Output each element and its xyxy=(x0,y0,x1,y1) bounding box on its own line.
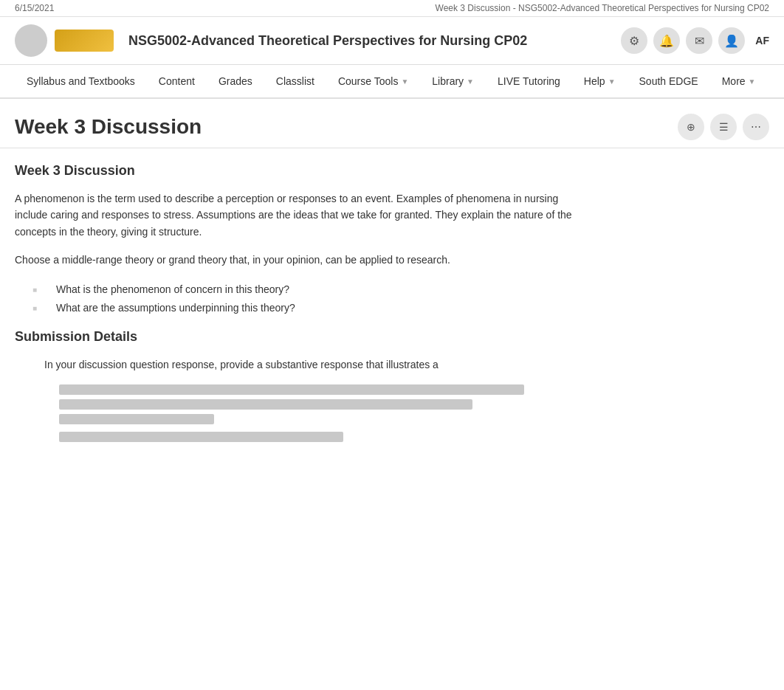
header: NSG5002-Advanced Theoretical Perspective… xyxy=(0,17,784,65)
submission-block: In your discussion question response, pr… xyxy=(15,356,576,442)
course-title: NSG5002-Advanced Theoretical Perspective… xyxy=(128,33,527,49)
redacted-line-4 xyxy=(59,432,343,442)
page-icon-btn-3[interactable]: ⋯ xyxy=(743,114,769,140)
nav-course-tools[interactable]: Course Tools ▼ xyxy=(326,65,420,97)
course-tools-caret: ▼ xyxy=(401,77,408,86)
nav-classlist[interactable]: Classlist xyxy=(264,65,326,97)
nav-syllabus[interactable]: Syllabus and Textbooks xyxy=(15,65,147,97)
header-icon-2[interactable]: 🔔 xyxy=(653,27,680,54)
bullet-list: What is the phenomenon of concern in thi… xyxy=(15,280,576,317)
header-icons: ⚙ 🔔 ✉ 👤 AF xyxy=(621,27,769,54)
redacted-content xyxy=(44,384,576,442)
logo-circle-icon xyxy=(15,24,47,57)
header-icon-3[interactable]: ✉ xyxy=(686,27,712,54)
more-caret: ▼ xyxy=(749,77,756,86)
page-title-section: Week 3 Discussion ⊕ ☰ ⋯ xyxy=(0,99,784,148)
nav-more[interactable]: More ▼ xyxy=(710,65,768,97)
redacted-line-1 xyxy=(59,384,524,395)
submission-title: Submission Details xyxy=(15,329,576,345)
bullet-item-2: What are the assumptions underpinning th… xyxy=(44,299,576,317)
submission-text: In your discussion question response, pr… xyxy=(44,356,576,373)
nav-library[interactable]: Library ▼ xyxy=(420,65,486,97)
top-bar-date: 6/15/2021 xyxy=(15,3,54,13)
top-bar-title: Week 3 Discussion - NSG5002-Advanced The… xyxy=(436,3,769,13)
header-icon-1[interactable]: ⚙ xyxy=(621,27,647,54)
user-initials: AF xyxy=(755,35,769,46)
page-icon-btn-2[interactable]: ☰ xyxy=(710,114,737,140)
content-area: Week 3 Discussion A phenomenon is the te… xyxy=(0,148,591,469)
nav-grades[interactable]: Grades xyxy=(207,65,264,97)
bullet-item-1: What is the phenomenon of concern in thi… xyxy=(44,280,576,299)
logo-area: NSG5002-Advanced Theoretical Perspective… xyxy=(15,24,527,57)
help-caret: ▼ xyxy=(608,77,616,86)
nav-live-tutoring[interactable]: LIVE Tutoring xyxy=(486,65,572,97)
page-title: Week 3 Discussion xyxy=(15,115,202,139)
nav-content[interactable]: Content xyxy=(147,65,207,97)
nav-south-edge[interactable]: South EDGE xyxy=(627,65,710,97)
nav-bar: Syllabus and Textbooks Content Grades Cl… xyxy=(0,65,784,99)
paragraph-2: Choose a middle-range theory or grand th… xyxy=(15,252,576,268)
nav-help[interactable]: Help ▼ xyxy=(572,65,627,97)
header-icon-4[interactable]: 👤 xyxy=(718,27,745,54)
page-icon-btn-1[interactable]: ⊕ xyxy=(678,114,704,140)
section-title: Week 3 Discussion xyxy=(15,163,576,179)
paragraph-1: A phenomenon is the term used to describ… xyxy=(15,190,576,240)
page-title-icons: ⊕ ☰ ⋯ xyxy=(678,114,769,140)
top-bar: 6/15/2021 Week 3 Discussion - NSG5002-Ad… xyxy=(0,0,784,17)
redacted-line-2 xyxy=(59,399,472,410)
redacted-line-3 xyxy=(59,414,214,424)
logo-brand-image xyxy=(55,30,114,52)
library-caret: ▼ xyxy=(467,77,474,86)
